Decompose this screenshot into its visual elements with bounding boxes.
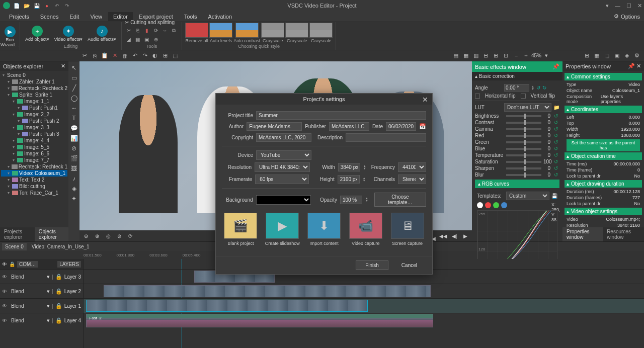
reset-icon[interactable]: ↺ — [552, 120, 559, 125]
description-input[interactable] — [346, 133, 426, 142]
tree-item[interactable]: ▾Push: Push 2 — [1, 118, 67, 124]
height-input[interactable] — [338, 175, 360, 184]
reset-icon[interactable]: ↺ — [552, 165, 559, 171]
tb-icon[interactable]: ⬚ — [171, 51, 180, 60]
minimize-icon[interactable]: — — [615, 3, 620, 9]
slider[interactable] — [506, 154, 541, 156]
save-icon[interactable]: 💾 — [33, 2, 40, 9]
tb-icon[interactable]: ▣ — [612, 51, 621, 60]
template-import-content[interactable]: ⬇Import content — [305, 213, 343, 246]
image-icon[interactable]: 🖼 — [69, 164, 78, 173]
tb-align-icon[interactable]: ▦ — [461, 51, 470, 60]
lock-icon[interactable]: 🔒 — [55, 317, 62, 324]
slider[interactable] — [506, 161, 541, 163]
line-icon[interactable]: ╱ — [69, 83, 78, 93]
pc-step-back-icon[interactable]: ◀| — [450, 231, 459, 240]
tab-resources[interactable]: Resources window — [603, 227, 644, 241]
framerate-select[interactable]: 60 fps — [255, 175, 309, 184]
tb-gear-icon[interactable]: ⚙ — [632, 51, 641, 60]
tb-align-icon[interactable]: ⊟ — [481, 51, 491, 60]
curve-icon[interactable]: ～ — [69, 104, 78, 113]
panel-close-icon[interactable]: ✕ — [61, 63, 65, 69]
style-thumb[interactable] — [285, 23, 308, 38]
audio-icon[interactable]: ♪ — [69, 174, 78, 183]
curves-header[interactable]: ▴ RGB curves — [475, 180, 559, 188]
audio-effects-button[interactable]: ♪Audio effects▾ — [86, 25, 118, 43]
frequency-select[interactable]: 44100 Hz — [398, 162, 426, 172]
tree-item[interactable]: ▾Ton: Race_Car_1 — [1, 190, 67, 196]
counter-icon[interactable]: ⊘ — [69, 144, 78, 153]
tb-delete-icon[interactable]: ✕ — [110, 51, 119, 60]
prop-row[interactable]: Top0.000 — [565, 120, 642, 126]
channels-select[interactable]: Stereo — [398, 175, 426, 184]
lock-icon[interactable]: 🔒 — [55, 303, 62, 309]
save-template-icon[interactable]: 💾 — [551, 193, 557, 199]
reset-icon[interactable]: ↺ — [552, 133, 559, 138]
date-input[interactable] — [386, 122, 416, 131]
lock-icon[interactable]: 🔒 — [55, 288, 62, 295]
tool-icon[interactable]: ↔ — [161, 27, 169, 34]
template-video-capture[interactable]: 📹Video capture — [347, 213, 384, 246]
slider[interactable] — [506, 141, 541, 143]
timeline-layer-row[interactable]: 👁Blend▾|🔒Layer 4 — [0, 313, 83, 327]
prop-row[interactable]: Time (ms)00:00:00.000 — [565, 161, 642, 167]
cancel-button[interactable]: Cancel — [392, 260, 426, 270]
reset-icon[interactable]: ↺ — [552, 159, 559, 164]
prop-row[interactable]: Composition modeUse layer's properties — [565, 94, 642, 105]
curve-blue-dot[interactable] — [501, 202, 507, 208]
pc-play-icon[interactable]: ▶ — [461, 231, 470, 240]
reset-icon[interactable]: ↺ — [552, 146, 559, 151]
lut-select[interactable]: Don't use LUT — [504, 103, 551, 112]
close-icon[interactable]: ✕ — [637, 3, 642, 9]
pc-prev-icon[interactable]: ⊘ — [115, 231, 124, 240]
prop-row[interactable]: Left0.000 — [565, 114, 642, 120]
tool-icon[interactable]: ▮ — [143, 27, 150, 34]
calendar-icon[interactable]: 📅 — [419, 123, 426, 130]
open-icon[interactable]: 📂 — [23, 2, 30, 9]
clip-ost[interactable]: ♪ ost_2 — [86, 314, 433, 319]
prop-row[interactable]: Resolution3840; 2160 — [565, 222, 642, 227]
tb-align-icon[interactable]: ▤ — [451, 51, 460, 60]
angle-input[interactable] — [504, 84, 529, 92]
style-thumb[interactable] — [209, 23, 232, 38]
menu-options[interactable]: ⚙ Options — [614, 13, 640, 20]
pin-icon[interactable]: 📌 ✕ — [628, 63, 641, 69]
tb-align-icon[interactable]: ▥ — [471, 51, 480, 60]
background-select[interactable] — [256, 195, 311, 205]
tab-properties[interactable]: Properties window — [562, 227, 603, 241]
prop-row[interactable]: Time (frame)0 — [565, 167, 642, 173]
tree-item[interactable]: ▾Image: 7_7 — [1, 157, 67, 163]
tree-item[interactable]: ▾Image: 1_1 — [1, 98, 67, 105]
prop-section-common[interactable]: ▴ Common settings — [565, 73, 642, 80]
tb-snap-icon[interactable]: ⊞ — [582, 51, 591, 60]
template-screen-capture[interactable]: 🖥Screen capture — [388, 213, 426, 246]
pc-prev-icon[interactable]: ⊖ — [82, 231, 91, 240]
width-input[interactable] — [338, 163, 360, 171]
menu-view[interactable]: View — [85, 12, 107, 21]
project-title-input[interactable] — [256, 111, 426, 120]
add-object-button[interactable]: ＋Add object▾ — [23, 25, 51, 43]
record-icon[interactable]: ● — [43, 2, 50, 9]
reset-icon[interactable]: ↺ — [552, 152, 559, 158]
resolution-select[interactable]: Ultra HD 4K 3840x2160 pixels (16:9) — [255, 162, 310, 172]
timeline-file-tab[interactable]: Video: Camera_In_Use_1 — [32, 244, 90, 249]
style-thumb[interactable] — [309, 23, 333, 38]
opacity-input[interactable] — [340, 196, 362, 204]
chevron-down-icon[interactable]: ▾ — [47, 288, 50, 295]
tool-icon[interactable]: ⧉ — [170, 27, 178, 34]
slider[interactable] — [506, 128, 541, 130]
style-thumb[interactable] — [261, 23, 284, 38]
clip-layer2[interactable] — [104, 285, 431, 297]
tool-icon[interactable]: ◢ — [125, 36, 132, 43]
prop-section-duration[interactable]: ▴ Object drawing duration — [565, 180, 642, 188]
hflip-checkbox[interactable] — [475, 94, 480, 99]
vflip-checkbox[interactable] — [521, 94, 526, 99]
zoom-value[interactable]: 45% — [531, 53, 541, 58]
tb-copy-icon[interactable]: ⎘ — [90, 51, 99, 60]
tree-item[interactable]: ▾Image: 6_6 — [1, 150, 67, 157]
tool-icon[interactable]: ▣ — [143, 36, 150, 43]
prop-row[interactable]: Width1920.000 — [565, 126, 642, 132]
tool-icon[interactable]: ⟳ — [152, 27, 159, 34]
tree-item[interactable]: ▾Video: Colosseum_1 — [1, 170, 67, 177]
tool-icon[interactable]: ⊕ — [152, 36, 159, 43]
